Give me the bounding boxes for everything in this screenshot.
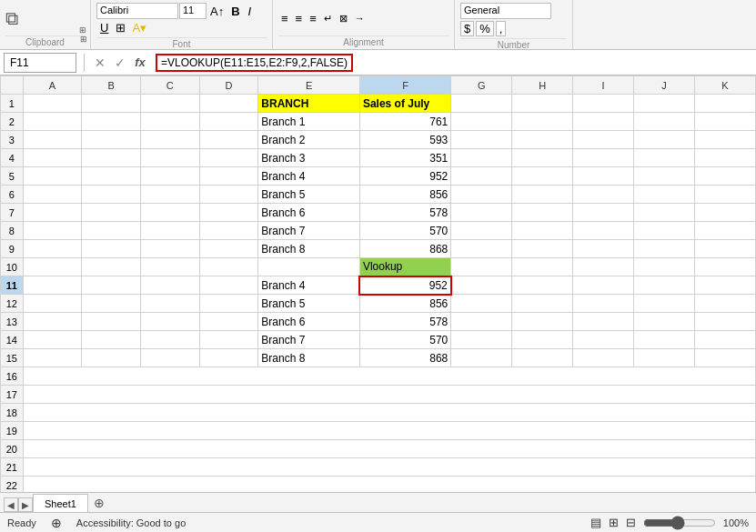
expand-icon-clipboard[interactable]: ⊞ <box>80 35 87 44</box>
sheet1-tab[interactable]: Sheet1 <box>33 494 88 512</box>
col-header-H[interactable]: H <box>512 76 573 95</box>
cell-E8[interactable]: Branch 7 <box>258 222 360 240</box>
cell-J2[interactable] <box>634 113 695 131</box>
cell-E12[interactable]: Branch 5 <box>258 295 360 313</box>
cell-J1[interactable] <box>634 95 695 113</box>
col-header-G[interactable]: G <box>451 76 512 95</box>
col-header-B[interactable]: B <box>82 76 141 95</box>
cell-A2[interactable] <box>23 113 82 131</box>
scroll-right-icon[interactable]: ▶ <box>18 497 33 512</box>
cell-H1[interactable] <box>512 95 573 113</box>
view-page-icon[interactable]: ⊟ <box>626 516 636 529</box>
view-layout-icon[interactable]: ⊞ <box>609 516 619 529</box>
fill-color-icon[interactable]: A▾ <box>129 20 149 35</box>
align-left-icon[interactable]: ≡ <box>278 11 291 26</box>
cell-E7[interactable]: Branch 6 <box>258 204 360 222</box>
cell-F13[interactable]: 578 <box>359 313 450 331</box>
font-size-dropdown[interactable]: 11 <box>179 3 207 19</box>
cell-E6[interactable]: Branch 5 <box>258 186 360 204</box>
formula-display[interactable]: =VLOOKUP(E11:E15,E2:F9,2,FALSE) <box>152 54 756 72</box>
cell-G2[interactable] <box>451 113 512 131</box>
cell-E4[interactable]: Branch 3 <box>258 149 360 167</box>
cell-K1[interactable] <box>694 95 755 113</box>
cell-D1[interactable] <box>199 95 258 113</box>
cell-E5[interactable]: Branch 4 <box>258 167 360 186</box>
col-header-C[interactable]: C <box>140 76 199 95</box>
col-header-K[interactable]: K <box>694 76 755 95</box>
cell-F11-selected[interactable]: 952 <box>359 276 450 295</box>
cell-F1[interactable]: Sales of July <box>359 95 450 113</box>
row-num-10: 10 <box>1 258 24 276</box>
row-17: 17 <box>1 386 756 404</box>
align-right-icon[interactable]: ≡ <box>307 11 319 26</box>
cell-E9[interactable]: Branch 8 <box>258 240 360 258</box>
italic-icon[interactable]: I <box>245 4 256 19</box>
expand-clipboard-icon[interactable]: ⊞ <box>79 25 86 35</box>
row-num-11: 11 <box>1 276 24 295</box>
cell-C2[interactable] <box>140 113 199 131</box>
cell-G1[interactable] <box>451 95 512 113</box>
cell-F12[interactable]: 856 <box>359 295 450 313</box>
clipboard-icon[interactable]: ⧉ <box>5 8 18 29</box>
font-name-dropdown[interactable]: Calibri <box>96 3 178 19</box>
cell-I1[interactable] <box>573 95 634 113</box>
col-header-J[interactable]: J <box>634 76 695 95</box>
underline-icon[interactable]: U <box>96 20 112 35</box>
col-header-I[interactable]: I <box>573 76 634 95</box>
scroll-left-icon[interactable]: ◀ <box>4 497 18 512</box>
wrap-text-icon[interactable]: ↵ <box>321 12 335 25</box>
zoom-slider[interactable] <box>643 517 716 528</box>
cell-F14[interactable]: 570 <box>359 331 450 349</box>
cancel-formula-icon[interactable]: ✕ <box>92 55 108 71</box>
cell-E2[interactable]: Branch 1 <box>258 113 360 131</box>
cell-F5[interactable]: 952 <box>359 167 450 186</box>
cell-K2[interactable] <box>694 113 755 131</box>
percent-icon[interactable]: % <box>476 21 494 36</box>
cell-E1[interactable]: BRANCH <box>258 95 360 113</box>
cell-E14[interactable]: Branch 7 <box>258 331 360 349</box>
comma-icon[interactable]: , <box>496 21 507 36</box>
cell-ref-box[interactable]: F11 <box>4 53 76 73</box>
add-sheet-button[interactable]: ⊕ <box>90 494 108 512</box>
cell-F7[interactable]: 578 <box>359 204 450 222</box>
cell-B2[interactable] <box>82 113 141 131</box>
currency-icon[interactable]: $ <box>460 21 474 36</box>
cell-F10[interactable]: Vlookup <box>359 258 450 276</box>
cell-F8[interactable]: 570 <box>359 222 450 240</box>
cell-I2[interactable] <box>573 113 634 131</box>
cell-F4[interactable]: 351 <box>359 149 450 167</box>
cell-E3[interactable]: Branch 2 <box>258 131 360 149</box>
cell-H2[interactable] <box>512 113 573 131</box>
cell-B1[interactable] <box>82 95 141 113</box>
cell-F15[interactable]: 868 <box>359 349 450 367</box>
cell-F2[interactable]: 761 <box>359 113 450 131</box>
cell-E15[interactable]: Branch 8 <box>258 349 360 367</box>
indent-icon[interactable]: → <box>352 12 368 25</box>
insert-function-icon[interactable]: fx <box>132 55 148 71</box>
col-header-D[interactable]: D <box>199 76 258 95</box>
row-num-9: 9 <box>1 240 24 258</box>
accessibility-status: Accessibility: Good to go <box>76 517 186 528</box>
grid-scroll-area[interactable]: A B C D E F G H I J K <box>0 75 756 492</box>
align-center-icon[interactable]: ≡ <box>293 11 306 26</box>
confirm-formula-icon[interactable]: ✓ <box>112 55 128 71</box>
col-header-F[interactable]: F <box>359 76 450 95</box>
cell-D2[interactable] <box>199 113 258 131</box>
col-header-A[interactable]: A <box>23 76 82 95</box>
border-icon[interactable]: ⊞ <box>113 20 128 35</box>
cell-E10[interactable] <box>258 258 360 276</box>
merge-icon[interactable]: ⊠ <box>337 12 350 25</box>
cell-E13[interactable]: Branch 6 <box>258 313 360 331</box>
increase-font-icon[interactable]: A↑ <box>207 4 227 19</box>
cell-F9[interactable]: 868 <box>359 240 450 258</box>
number-format-dropdown[interactable]: General <box>460 3 551 19</box>
cell-F3[interactable]: 593 <box>359 131 450 149</box>
cell-F6[interactable]: 856 <box>359 186 450 204</box>
col-header-E[interactable]: E <box>258 76 360 95</box>
bold-icon[interactable]: B <box>227 4 243 19</box>
accessibility-icon[interactable]: ⊕ <box>51 516 62 530</box>
cell-C1[interactable] <box>140 95 199 113</box>
view-normal-icon[interactable]: ▤ <box>590 516 601 529</box>
cell-A1[interactable] <box>23 95 82 113</box>
cell-E11[interactable]: Branch 4 <box>258 276 360 295</box>
